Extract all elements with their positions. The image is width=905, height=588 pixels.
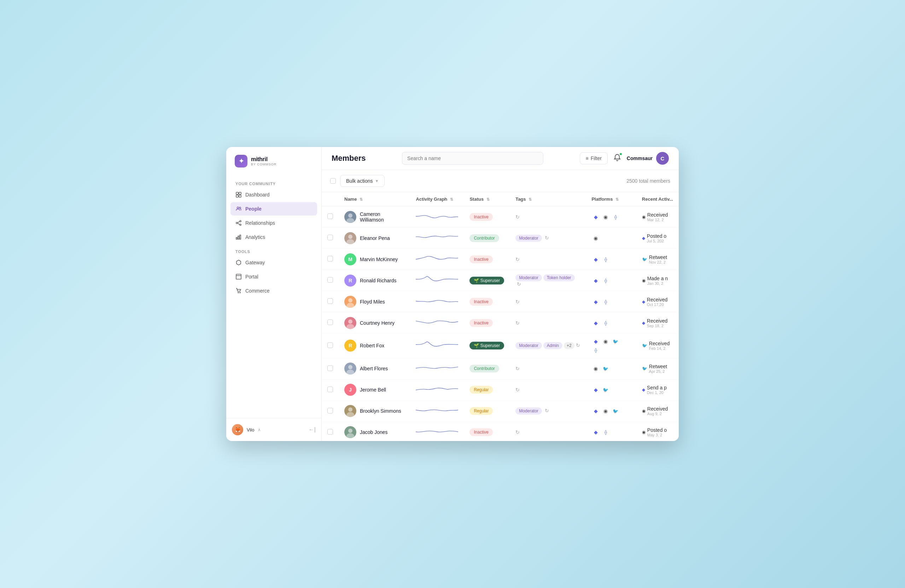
status-cell: 🌱 Superuser: [464, 270, 510, 291]
logo-icon: ✦: [235, 155, 248, 168]
svg-point-31: [348, 429, 352, 433]
table-row[interactable]: M Marvin McKinney Inactive ↻ ◆⟠ 🐦 Retwee…: [322, 249, 679, 270]
sidebar-item-people[interactable]: People: [230, 202, 317, 216]
table-container[interactable]: Name ⇅ Activity Graph ⇅ Status ⇅: [322, 192, 679, 441]
sync-icon[interactable]: ↻: [515, 387, 520, 393]
twitter-icon: 🐦: [601, 365, 610, 373]
status-cell: Inactive: [464, 312, 510, 334]
search-input[interactable]: [402, 152, 543, 165]
collapse-icon[interactable]: ←|: [309, 426, 316, 433]
col-platforms[interactable]: Platforms ⇅: [586, 192, 636, 206]
row-checkbox[interactable]: [327, 365, 333, 371]
sync-icon[interactable]: ↻: [576, 342, 580, 348]
discord-icon: ◆: [591, 428, 600, 436]
sidebar-item-dashboard[interactable]: Dashboard: [230, 188, 317, 201]
sidebar-item-analytics[interactable]: Analytics: [230, 230, 317, 244]
member-name: Courtney Henry: [360, 320, 395, 326]
table-row[interactable]: R Ronald Richards 🌱 Superuser ModeratorT…: [322, 270, 679, 291]
filter-button[interactable]: ≡ Filter: [580, 152, 608, 164]
col-checkbox: [322, 192, 339, 206]
row-checkbox[interactable]: [327, 319, 333, 325]
svg-line-9: [238, 222, 240, 223]
sync-icon[interactable]: ↻: [515, 214, 520, 220]
col-tags-sort[interactable]: ⇅: [529, 197, 532, 201]
sidebar-label-portal: Portal: [245, 274, 259, 279]
grid-icon: [235, 192, 242, 198]
eth-icon: ⟠: [591, 346, 600, 354]
row-checkbox[interactable]: [327, 387, 333, 392]
source-discord-icon: ◆: [642, 387, 645, 392]
avatar: [345, 211, 356, 223]
bulk-actions-button[interactable]: Bulk actions ▼: [340, 175, 385, 187]
sync-icon[interactable]: ↻: [515, 430, 520, 435]
col-activity-sort[interactable]: ⇅: [450, 197, 453, 201]
table-row[interactable]: J Jerome Bell Regular ↻ ◆🐦 ◆ Send a p De…: [322, 379, 679, 400]
sidebar-user[interactable]: 🦊 Vilo ∧: [232, 424, 261, 435]
platforms-cell: ◉: [586, 228, 636, 249]
sync-icon[interactable]: ↻: [515, 257, 520, 262]
row-checkbox[interactable]: [327, 429, 333, 435]
sync-icon[interactable]: ↻: [545, 235, 549, 241]
tags-cell: ModeratorToken holder↻: [510, 270, 586, 291]
notification-bell[interactable]: [613, 154, 621, 163]
row-checkbox[interactable]: [327, 277, 333, 283]
col-status[interactable]: Status ⇅: [464, 192, 510, 206]
sync-icon[interactable]: ↻: [515, 299, 520, 304]
status-cell: Inactive: [464, 249, 510, 270]
row-checkbox[interactable]: [327, 342, 333, 348]
activity-cell: [410, 270, 464, 291]
row-checkbox-cell: [322, 400, 339, 422]
sync-icon[interactable]: ↻: [545, 408, 549, 414]
recent-activity-cell: ◉ Received Mar 12, 2: [636, 206, 679, 228]
col-name[interactable]: Name ⇅: [339, 192, 410, 206]
sidebar-item-portal[interactable]: Portal: [230, 270, 317, 284]
svg-point-20: [346, 218, 354, 223]
row-checkbox-cell: [322, 379, 339, 400]
topbar-username: Commsaur: [627, 155, 653, 161]
row-checkbox[interactable]: [327, 235, 333, 240]
col-name-sort[interactable]: ⇅: [359, 197, 363, 201]
sidebar-nav: YOUR COMMUNITY Dashboard: [226, 174, 321, 418]
sync-icon[interactable]: ↻: [515, 366, 520, 371]
svg-rect-0: [236, 192, 238, 194]
svg-point-29: [348, 407, 352, 412]
row-checkbox[interactable]: [327, 408, 333, 414]
col-status-sort[interactable]: ⇅: [486, 197, 490, 201]
row-checkbox[interactable]: [327, 256, 333, 262]
table-row[interactable]: Cameron Williamson Inactive ↻ ◆◉⟠ ◉ Rece…: [322, 206, 679, 228]
activity-cell: [410, 291, 464, 312]
name-cell: J Jerome Bell: [339, 379, 410, 400]
sync-icon[interactable]: ↻: [517, 281, 521, 287]
table-row[interactable]: Albert Flores Contributor ↻ ◉🐦 🐦 Retweet…: [322, 358, 679, 379]
table-row[interactable]: Courtney Henry Inactive ↻ ◆⟠ ◆ Received …: [322, 312, 679, 334]
col-tags[interactable]: Tags ⇅: [510, 192, 586, 206]
user-avatar-top[interactable]: C: [656, 152, 669, 165]
table-row[interactable]: Floyd Miles Inactive ↻ ◆⟠ ◆ Received Oct…: [322, 291, 679, 312]
member-name: Jacob Jones: [360, 430, 388, 435]
table-row[interactable]: Brooklyn Simmons Regular Moderator↻ ◆◉🐦 …: [322, 400, 679, 422]
sidebar-item-commerce[interactable]: Commerce: [230, 284, 317, 298]
member-name: Albert Flores: [360, 366, 388, 371]
col-activity-label: Activity Graph: [416, 197, 447, 202]
svg-point-22: [346, 239, 354, 244]
sidebar-item-relationships[interactable]: Relationships: [230, 216, 317, 230]
row-checkbox[interactable]: [327, 214, 333, 219]
svg-point-19: [348, 214, 352, 218]
table-row[interactable]: Eleanor Pena Contributor Moderator↻ ◉ ◆ …: [322, 228, 679, 249]
name-cell: Courtney Henry: [339, 312, 410, 334]
svg-line-10: [238, 223, 240, 224]
col-activity[interactable]: Activity Graph ⇅: [410, 192, 464, 206]
search-container: [402, 152, 543, 165]
select-all-checkbox[interactable]: [330, 178, 336, 184]
discord-icon: ◆: [591, 319, 600, 327]
sidebar-item-gateway[interactable]: Gateway: [230, 256, 317, 269]
table-row[interactable]: Jacob Jones Inactive ↻ ◆⟠ ◉ Posted o May…: [322, 422, 679, 441]
sync-icon[interactable]: ↻: [515, 320, 520, 326]
row-checkbox[interactable]: [327, 298, 333, 304]
name-cell: Cameron Williamson: [339, 206, 410, 228]
table-row[interactable]: R Robert Fox 🌱 Superuser ModeratorAdmin+…: [322, 334, 679, 358]
logo-text: mithril BY COMMSOR: [251, 156, 276, 166]
svg-point-24: [346, 303, 354, 308]
discord-icon: ◆: [591, 213, 600, 221]
col-platforms-sort[interactable]: ⇅: [616, 197, 619, 201]
